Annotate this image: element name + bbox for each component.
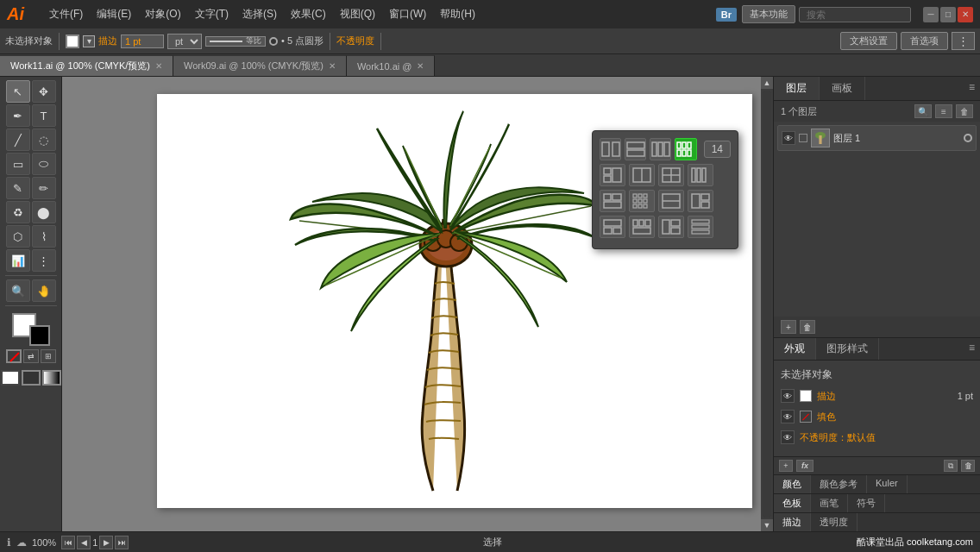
tab-work10[interactable]: Work10.ai @ ✕ [347,55,436,76]
layers-delete-icon[interactable]: 🗑 [956,104,973,118]
select-tool[interactable]: ↖ [6,80,30,103]
fx-button[interactable]: fx [796,460,814,472]
eyedropper-tool[interactable]: 🔍 [6,279,30,302]
bridge-button[interactable]: Br [716,8,737,22]
stroke-dash-preview[interactable]: 等比 [205,36,266,47]
tab-stroke[interactable]: 描边 [774,513,811,531]
ap-opacity-visibility[interactable]: 👁 [781,430,795,444]
layer-visibility-toggle[interactable]: 👁 [782,131,795,145]
stroke-width-input[interactable] [121,34,164,48]
tab-transparency[interactable]: 透明度 [811,513,858,531]
swap-colors-tool[interactable]: ⇄ [23,349,39,363]
direct-select-tool[interactable]: ✥ [32,80,56,103]
layer-item-1[interactable]: 👁 图层 1 [777,125,977,151]
stroke-color-swatch[interactable] [66,34,79,48]
menu-edit[interactable]: 编辑(E) [91,3,137,25]
tab-swatches[interactable]: 色板 [774,494,811,512]
statusbar-cloud-icon[interactable]: ☁ [16,536,27,549]
background-color[interactable] [29,325,50,346]
ap-fill-color-swatch[interactable] [800,411,812,423]
grid-icon-4-3[interactable] [658,216,684,238]
minimize-button[interactable]: ─ [923,7,939,22]
tab-symbols[interactable]: 符号 [848,494,885,512]
menu-file[interactable]: 文件(F) [43,3,89,25]
tab-artboards[interactable]: 画板 [820,77,865,100]
grid-icon-4-4[interactable] [688,216,713,238]
hand-tool[interactable]: 🤚 [32,279,56,302]
grid-icon-3-2[interactable] [629,190,655,212]
grid-icon-4-1[interactable] [600,216,625,238]
delete-item-button[interactable]: 🗑 [961,460,975,472]
pen-tool[interactable]: ✒ [6,104,30,127]
warp-tool[interactable]: ⌇ [32,225,56,248]
tab-close-icon[interactable]: ✕ [155,61,162,71]
pencil-tool[interactable]: ✏ [32,177,56,199]
type-tool[interactable]: T [32,104,56,127]
statusbar-info-icon[interactable]: ℹ [7,536,11,549]
line-tool[interactable]: ╱ [6,129,30,151]
first-page-button[interactable]: ⏮ [61,536,75,549]
grid-icon-2-2[interactable] [629,164,655,186]
preferences-button[interactable]: 首选项 [901,32,948,50]
tab-work11[interactable]: Work11.ai @ 100% (CMYK/预览) ✕ [0,55,173,76]
brush-tool[interactable]: ✎ [6,177,30,199]
stroke-mode-tool[interactable] [22,370,41,386]
workspace-dropdown[interactable]: 基本功能 [742,5,795,23]
grid-icon-2-3[interactable] [658,164,684,186]
grid-icon-3-3[interactable] [658,190,684,212]
scroll-down-arrow[interactable]: ▼ [761,519,773,531]
symbol-tool[interactable]: ⋮ [32,249,56,272]
grid-icon-4-2[interactable] [629,216,655,238]
menu-select[interactable]: 选择(S) [236,3,283,25]
ap-fill-label[interactable]: 填色 [817,411,836,423]
tab-close-icon[interactable]: ✕ [329,61,336,71]
scroll-track[interactable] [763,91,771,518]
stroke-width-unit[interactable]: pt [167,34,202,49]
grid-icon-1-1[interactable] [600,138,621,160]
ap-fill-visibility[interactable]: 👁 [781,410,795,423]
gradient-mode-tool[interactable] [42,370,61,386]
default-colors-tool[interactable]: ⊞ [41,349,56,363]
none-color-tool[interactable] [6,349,22,363]
tab-color-guide[interactable]: 颜色参考 [811,475,867,493]
tab-close-icon[interactable]: ✕ [417,61,424,71]
menu-text[interactable]: 文字(T) [189,3,235,25]
tab-brushes[interactable]: 画笔 [811,494,848,512]
prev-page-button[interactable]: ◀ [77,536,91,549]
grid-icon-3-1[interactable] [600,190,625,212]
menu-window[interactable]: 窗口(W) [383,3,432,25]
layers-search-icon[interactable]: 🔍 [914,104,932,118]
tab-color[interactable]: 颜色 [774,475,811,493]
fill-mode-tool[interactable] [1,370,20,386]
maximize-button[interactable]: □ [940,7,956,22]
reflect-tool[interactable]: ⬤ [32,201,56,223]
doc-settings-button[interactable]: 文档设置 [840,32,897,50]
menu-view[interactable]: 视图(Q) [334,3,381,25]
arc-tool[interactable]: ◌ [32,129,56,151]
layers-options-icon[interactable]: ≡ [935,104,952,118]
ap-opacity-label[interactable]: 不透明度：默认值 [800,431,876,444]
scale-tool[interactable]: ⬡ [6,225,30,248]
grid-icon-1-4[interactable] [675,138,696,160]
ap-stroke-label[interactable]: 描边 [817,390,836,403]
grid-icon-2-1[interactable] [600,164,625,186]
menu-help[interactable]: 帮助(H) [434,3,481,25]
vertical-scrollbar[interactable]: ▲ ▼ [761,77,773,531]
rp-panel-menu-icon[interactable]: ≡ [964,77,980,100]
stroke-type-dropdown[interactable]: ▾ [83,35,95,47]
last-page-button[interactable]: ⏭ [115,536,129,549]
align-options-button[interactable]: ⋮ [952,32,975,50]
search-input[interactable] [799,7,911,22]
tab-layers[interactable]: 图层 [774,77,820,100]
ap-stroke-visibility[interactable]: 👁 [781,389,795,403]
tab-kuler[interactable]: Kuler [867,475,908,493]
close-button[interactable]: ✕ [958,7,973,22]
new-layer-button[interactable]: + [781,320,796,334]
grid-icon-1-3[interactable] [650,138,671,160]
ellipse-tool[interactable]: ⬭ [32,153,56,175]
next-page-button[interactable]: ▶ [99,536,113,549]
rotate-tool[interactable]: ♻ [6,201,30,223]
delete-layer-button[interactable]: 🗑 [800,320,815,334]
duplicate-item-button[interactable]: ⧉ [944,460,958,472]
menu-effect[interactable]: 效果(C) [285,3,332,25]
